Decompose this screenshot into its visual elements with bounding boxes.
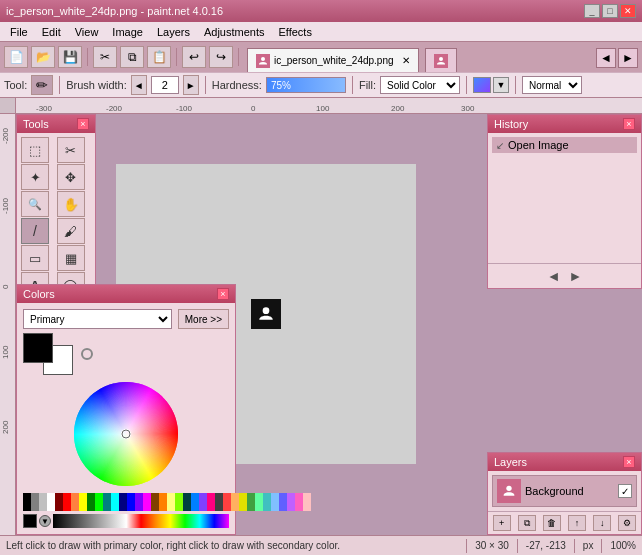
move-tool[interactable]: ✥ — [57, 164, 85, 190]
palette-color-swatch[interactable] — [127, 493, 135, 511]
layer-delete-btn[interactable]: 🗑 — [543, 515, 561, 531]
toolbar-save-btn[interactable]: 💾 — [58, 46, 82, 68]
select-rect-tool[interactable]: ⬚ — [21, 137, 49, 163]
palette-color-swatch[interactable] — [151, 493, 159, 511]
palette-color-swatch[interactable] — [55, 493, 63, 511]
palette-color-swatch[interactable] — [183, 493, 191, 511]
menu-view[interactable]: View — [69, 25, 105, 39]
palette-color-swatch[interactable] — [263, 493, 271, 511]
toolbar-paste-btn[interactable]: 📋 — [147, 46, 171, 68]
palette-color-swatch[interactable] — [23, 493, 31, 511]
color-more-button[interactable]: More >> — [178, 309, 229, 329]
select-lasso-tool[interactable]: ✂ — [57, 137, 85, 163]
maximize-button[interactable]: □ — [602, 4, 618, 18]
palette-color-swatch[interactable] — [175, 493, 183, 511]
minimize-button[interactable]: _ — [584, 4, 600, 18]
palette-color-swatch[interactable] — [239, 493, 247, 511]
palette-color-swatch[interactable] — [71, 493, 79, 511]
toolbar-cut-btn[interactable]: ✂ — [93, 46, 117, 68]
primary-color-swatch[interactable] — [23, 333, 53, 363]
layers-panel-close[interactable]: × — [623, 456, 635, 468]
brush-width-down[interactable]: ◄ — [131, 75, 147, 95]
toolbar-copy-btn[interactable]: ⧉ — [120, 46, 144, 68]
close-button[interactable]: ✕ — [620, 4, 636, 18]
eraser-tool[interactable]: ▭ — [21, 245, 49, 271]
tab-nav-left[interactable]: ◄ — [596, 48, 616, 68]
palette-color-swatch[interactable] — [199, 493, 207, 511]
menu-file[interactable]: File — [4, 25, 34, 39]
color-options-btn[interactable]: ▼ — [39, 515, 51, 527]
status-hint: Left click to draw with primary color, r… — [6, 540, 458, 551]
layer-add-btn[interactable]: + — [493, 515, 511, 531]
black-swatch[interactable] — [23, 514, 37, 528]
colors-panel-close[interactable]: × — [217, 288, 229, 300]
palette-color-swatch[interactable] — [103, 493, 111, 511]
palette-color-swatch[interactable] — [47, 493, 55, 511]
magic-wand-tool[interactable]: ✦ — [21, 164, 49, 190]
redo-button[interactable]: ↪ — [209, 46, 233, 68]
palette-color-swatch[interactable] — [295, 493, 303, 511]
layer-move-up-btn[interactable]: ↑ — [568, 515, 586, 531]
palette-color-swatch[interactable] — [159, 493, 167, 511]
menu-layers[interactable]: Layers — [151, 25, 196, 39]
palette-color-swatch[interactable] — [31, 493, 39, 511]
layer-visibility-check[interactable]: ✓ — [618, 484, 632, 498]
pencil-tool[interactable]: / — [21, 218, 49, 244]
fill-select[interactable]: Solid Color — [380, 76, 460, 94]
menu-edit[interactable]: Edit — [36, 25, 67, 39]
color-mode-row: Primary More >> — [23, 309, 229, 329]
brush-width-up[interactable]: ► — [183, 75, 199, 95]
palette-color-swatch[interactable] — [167, 493, 175, 511]
tab-image[interactable]: ic_person_white_24dp.png ✕ — [247, 48, 419, 72]
palette-color-swatch[interactable] — [79, 493, 87, 511]
layer-duplicate-btn[interactable]: ⧉ — [518, 515, 536, 531]
palette-color-swatch[interactable] — [143, 493, 151, 511]
menu-adjustments[interactable]: Adjustments — [198, 25, 271, 39]
palette-color-swatch[interactable] — [63, 493, 71, 511]
palette-color-swatch[interactable] — [287, 493, 295, 511]
color-gradient-bar[interactable] — [53, 514, 229, 528]
history-panel-close[interactable]: × — [623, 118, 635, 130]
tab-close-icon[interactable]: ✕ — [402, 55, 410, 66]
history-undo-btn[interactable]: ◄ — [547, 268, 561, 284]
history-redo-btn[interactable]: ► — [569, 268, 583, 284]
zoom-tool[interactable]: 🔍 — [21, 191, 49, 217]
palette-color-swatch[interactable] — [95, 493, 103, 511]
palette-color-swatch[interactable] — [135, 493, 143, 511]
blend-mode-select[interactable]: Normal — [522, 76, 582, 94]
palette-color-swatch[interactable] — [303, 493, 311, 511]
tab-nav-right[interactable]: ► — [618, 48, 638, 68]
palette-color-swatch[interactable] — [215, 493, 223, 511]
layer-move-down-btn[interactable]: ↓ — [593, 515, 611, 531]
palette-color-swatch[interactable] — [87, 493, 95, 511]
color-mode-select[interactable]: Primary — [23, 309, 172, 329]
layer-item[interactable]: Background ✓ — [492, 475, 637, 507]
brush-width-input[interactable] — [151, 76, 179, 94]
toolbar-open-btn[interactable]: 📂 — [31, 46, 55, 68]
tools-panel-close[interactable]: × — [77, 118, 89, 130]
palette-color-swatch[interactable] — [207, 493, 215, 511]
paintbrush-tool[interactable]: 🖌 — [57, 218, 85, 244]
palette-color-swatch[interactable] — [111, 493, 119, 511]
menu-image[interactable]: Image — [106, 25, 149, 39]
palette-color-swatch[interactable] — [231, 493, 239, 511]
undo-button[interactable]: ↩ — [182, 46, 206, 68]
palette-color-swatch[interactable] — [255, 493, 263, 511]
palette-color-swatch[interactable] — [191, 493, 199, 511]
color-wheel[interactable] — [71, 379, 181, 489]
palette-color-swatch[interactable] — [223, 493, 231, 511]
palette-color-swatch[interactable] — [279, 493, 287, 511]
hand-tool[interactable]: ✋ — [57, 191, 85, 217]
layer-properties-btn[interactable]: ⚙ — [618, 515, 636, 531]
menu-effects[interactable]: Effects — [273, 25, 318, 39]
hardness-slider[interactable]: 75% — [266, 77, 346, 93]
palette-color-swatch[interactable] — [247, 493, 255, 511]
tab-image2[interactable] — [425, 48, 457, 72]
palette-color-swatch[interactable] — [39, 493, 47, 511]
palette-color-swatch[interactable] — [271, 493, 279, 511]
fill-tool[interactable]: ▦ — [57, 245, 85, 271]
palette-color-swatch[interactable] — [119, 493, 127, 511]
history-item: ↙ Open Image — [492, 137, 637, 153]
pencil-tool-btn[interactable]: ✏ — [31, 75, 53, 95]
toolbar-new-btn[interactable]: 📄 — [4, 46, 28, 68]
